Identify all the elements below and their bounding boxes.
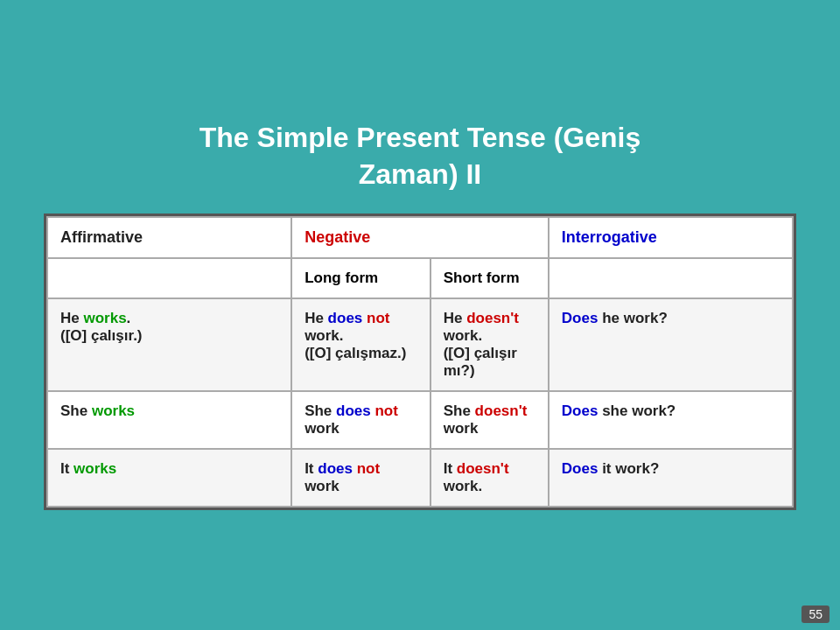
row2-interrogative: Does she work?: [549, 391, 793, 449]
row3-lf-p2: work: [304, 478, 340, 494]
row3-affirmative: It works: [47, 449, 291, 507]
row2-shortform: She doesn't work: [430, 391, 549, 449]
row2-lf-p2: work: [304, 420, 340, 437]
row1-lf-does: does: [328, 310, 363, 326]
row3-aff-plain: It: [60, 460, 74, 477]
row2-lf-p1: She: [304, 402, 336, 419]
row3-shortform: It doesn't work.: [430, 449, 549, 507]
row2-sf-colored: doesn't: [475, 402, 528, 419]
row3-sf-p1: It: [444, 460, 457, 477]
row1-aff-plain: He: [60, 310, 83, 326]
subheader-shortform: Short form: [430, 258, 549, 298]
row2-sf-p1: She: [444, 402, 475, 419]
table-row: She works She does not work She doesn't …: [47, 391, 793, 449]
row2-aff-plain: She: [60, 402, 92, 419]
subheader-empty-2: [549, 258, 793, 298]
row3-lf-does: does: [318, 460, 353, 477]
row1-sf-p1: He: [444, 310, 466, 326]
row2-aff-colored: works: [92, 402, 135, 419]
row2-int-does: Does: [562, 402, 598, 419]
row3-sf-p2: work.: [444, 478, 482, 494]
row2-lf-not: not: [374, 402, 397, 419]
row2-affirmative: She works: [47, 391, 291, 449]
subheader-longform: Long form: [291, 258, 430, 298]
row3-int-plain: it work?: [598, 460, 659, 477]
table-header-row: Affirmative Negative Interrogative: [47, 217, 793, 258]
row1-lf-not: not: [367, 310, 389, 326]
row3-interrogative: Does it work?: [549, 449, 793, 507]
row1-int-does: Does: [562, 310, 598, 326]
row3-int-does: Does: [562, 460, 598, 477]
row1-interrogative: Does he work?: [549, 298, 793, 391]
grammar-table-wrapper: Affirmative Negative Interrogative Long …: [44, 214, 796, 510]
table-row: He works.([O] çalışır.) He does not work…: [47, 298, 793, 391]
row3-longform: It does not work: [291, 449, 430, 507]
table-subheader-row: Long form Short form: [47, 258, 793, 298]
page-number: 55: [802, 606, 830, 623]
row1-int-plain: he work?: [598, 310, 667, 326]
row1-lf-p2: work.([O] çalışmaz.): [304, 327, 406, 361]
row1-affirmative: He works.([O] çalışır.): [47, 298, 291, 391]
row1-lf-p1: He: [304, 310, 327, 326]
row3-sf-colored: doesn't: [457, 460, 509, 477]
row2-int-plain: she work?: [598, 402, 676, 419]
main-container: The Simple Present Tense (Geniş Zaman) I…: [44, 120, 796, 510]
row3-lf-not: not: [357, 460, 380, 477]
grammar-table: Affirmative Negative Interrogative Long …: [46, 216, 794, 508]
row1-longform: He does not work.([O] çalışmaz.): [291, 298, 430, 391]
row3-aff-colored: works: [74, 460, 116, 477]
row1-shortform: He doesn't work.([O] çalışır mı?): [430, 298, 549, 391]
subheader-empty-1: [47, 258, 291, 298]
row1-aff-colored: works: [83, 310, 126, 326]
table-row: It works It does not work It doesn't wor…: [47, 449, 793, 507]
header-interrogative: Interrogative: [549, 217, 793, 258]
row1-sf-p2: work.([O] çalışır mı?): [444, 327, 517, 379]
header-negative: Negative: [291, 217, 549, 258]
row2-lf-does: does: [336, 402, 371, 419]
row1-sf-colored: doesn't: [466, 310, 519, 326]
row2-sf-p2: work: [444, 420, 479, 437]
header-affirmative: Affirmative: [47, 217, 291, 258]
page-title: The Simple Present Tense (Geniş Zaman) I…: [200, 120, 640, 192]
row2-longform: She does not work: [291, 391, 430, 449]
row3-lf-p1: It: [304, 460, 318, 477]
